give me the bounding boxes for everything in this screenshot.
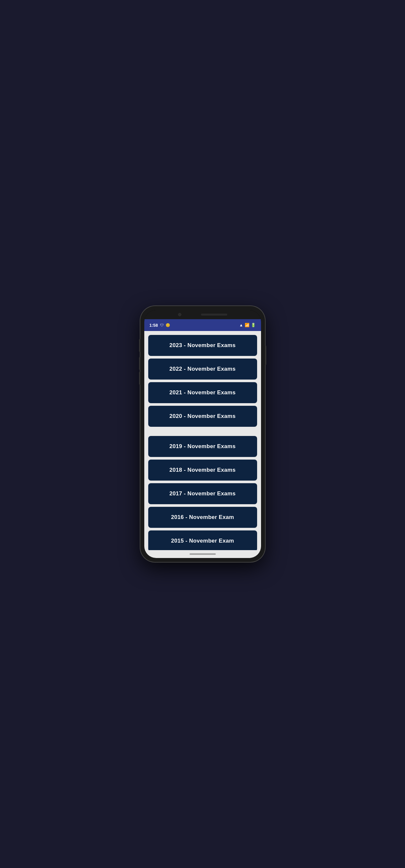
main-content: 2023 - November Exams2022 - November Exa… (144, 331, 261, 550)
wifi-icon: ▲ (239, 323, 243, 328)
exam-button-2023[interactable]: 2023 - November Exams (148, 335, 257, 356)
shield-icon: 🛡 (160, 323, 164, 327)
exam-button-label-2022: 2022 - November Exams (169, 366, 236, 372)
exam-button-label-2020: 2020 - November Exams (169, 413, 236, 420)
signal-icon: 📶 (245, 323, 250, 328)
status-bar-right: ▲ 📶 🔋 (239, 323, 256, 328)
home-indicator (144, 550, 261, 558)
exam-button-2021[interactable]: 2021 - November Exams (148, 382, 257, 403)
smiley-icon: 😊 (166, 323, 170, 328)
exam-button-2018[interactable]: 2018 - November Exams (148, 460, 257, 480)
exam-button-label-2016: 2016 - November Exam (171, 514, 234, 521)
exam-button-2020[interactable]: 2020 - November Exams (148, 406, 257, 427)
gap-spacer (148, 429, 257, 433)
status-bar-left: 1:58 🛡 😊 (150, 323, 170, 328)
exam-button-2016[interactable]: 2016 - November Exam (148, 507, 257, 528)
battery-icon: 🔋 (251, 323, 256, 328)
exam-button-label-2015: 2015 - November Exam (171, 538, 234, 544)
exam-button-2015[interactable]: 2015 - November Exam (148, 530, 257, 550)
phone-screen-area: 1:58 🛡 😊 ▲ 📶 🔋 2023 - November Exams2022… (144, 310, 261, 558)
exam-button-label-2023: 2023 - November Exams (169, 342, 236, 349)
speaker-bar (201, 314, 227, 316)
exam-button-label-2017: 2017 - November Exams (169, 490, 236, 497)
home-bar (190, 553, 216, 555)
status-time: 1:58 (150, 323, 158, 328)
phone-device: 1:58 🛡 😊 ▲ 📶 🔋 2023 - November Exams2022… (141, 306, 265, 562)
status-bar: 1:58 🛡 😊 ▲ 📶 🔋 (144, 319, 261, 331)
screen-wrapper: 1:58 🛡 😊 ▲ 📶 🔋 2023 - November Exams2022… (144, 319, 261, 558)
camera-dot (178, 313, 181, 316)
exam-button-label-2018: 2018 - November Exams (169, 467, 236, 473)
exam-button-2022[interactable]: 2022 - November Exams (148, 359, 257, 379)
exam-button-2017[interactable]: 2017 - November Exams (148, 483, 257, 504)
exam-button-2019[interactable]: 2019 - November Exams (148, 436, 257, 457)
exam-button-label-2021: 2021 - November Exams (169, 390, 236, 396)
exam-button-label-2019: 2019 - November Exams (169, 443, 236, 450)
notch (144, 310, 261, 319)
